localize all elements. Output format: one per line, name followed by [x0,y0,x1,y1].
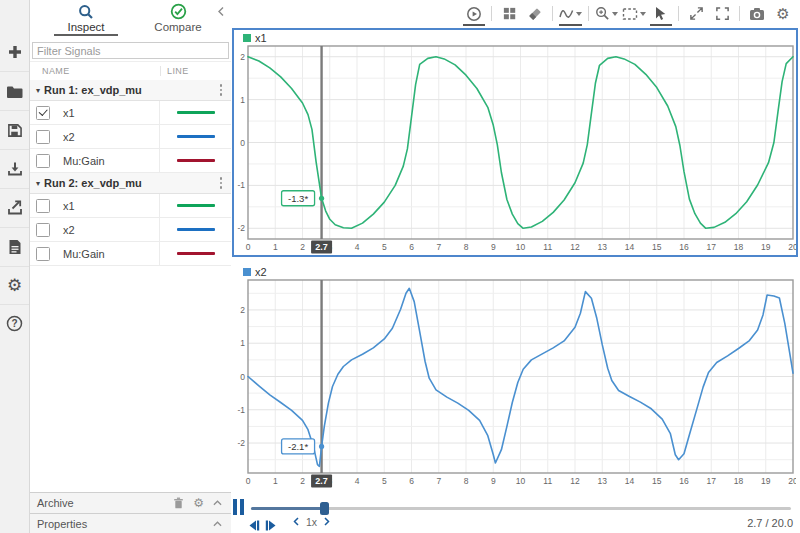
help-button[interactable]: ? [0,304,29,342]
fullscreen-button[interactable] [709,3,735,25]
signal-line-swatch[interactable] [177,228,215,231]
svg-text:2: 2 [240,305,245,315]
subplot-x2[interactable]: x2 01234567891011121314151617181920-2-10… [232,262,798,491]
archive-delete-button[interactable] [173,497,184,509]
arrow-cursor-icon [654,6,668,21]
signal-name[interactable]: x2 [56,131,159,143]
svg-text:-2: -2 [237,223,245,233]
signal-checkbox[interactable] [36,130,50,144]
legend-label: x1 [255,32,267,44]
run-header[interactable]: ▾Run 2: ex_vdp_mu [30,173,231,194]
x1-plot-canvas[interactable]: 01234567891011121314151617181920-2-1012-… [234,30,796,255]
snapshot-button[interactable] [744,3,770,25]
svg-text:2: 2 [300,476,305,486]
svg-text:4: 4 [355,476,360,486]
x2-plot-canvas[interactable]: 01234567891011121314151617181920-2-1012-… [234,264,796,489]
export-button[interactable] [0,189,29,228]
step-forward-button[interactable] [265,517,277,533]
save-button[interactable] [0,111,29,150]
zoom-button[interactable] [593,3,620,25]
svg-text:20: 20 [788,476,796,486]
eraser-icon [527,6,543,22]
properties-section-header[interactable]: Properties [30,513,231,533]
signal-line-swatch[interactable] [177,159,215,162]
layout-grid-icon [502,6,517,21]
signal-name[interactable]: Mu:Gain [56,248,159,260]
legend-swatch [243,268,251,276]
signal-checkbox[interactable] [36,106,50,120]
subplot-x1[interactable]: x1 01234567891011121314151617181920-2-10… [232,28,798,257]
toolbar-separator [491,6,492,21]
import-button[interactable] [0,150,29,189]
plot-settings-button[interactable]: ⚙ [770,3,796,25]
expand-icon [689,6,704,21]
chevron-down-icon [576,12,582,16]
signal-line-swatch[interactable] [177,111,215,114]
signal-checkbox[interactable] [36,223,50,237]
subplot-layout-button[interactable] [496,3,522,25]
svg-text:19: 19 [761,476,771,486]
folder-icon [6,84,23,99]
signal-row: Mu:Gain [30,149,231,173]
run-menu-button[interactable] [220,84,223,96]
signal-name[interactable]: x2 [56,224,159,236]
archive-section-header[interactable]: Archive ⚙ [30,492,231,513]
signal-line-swatch[interactable] [177,252,215,255]
signal-checkbox[interactable] [36,154,50,168]
fit-to-view-button[interactable] [620,3,648,25]
toolbar-separator [739,6,740,21]
search-icon [42,3,130,20]
data-cursor-button[interactable] [648,3,674,25]
run-label: Run 1: ex_vdp_mu [44,84,142,96]
svg-text:-1: -1 [237,405,245,415]
create-report-button[interactable] [0,228,29,267]
run-menu-button[interactable] [220,177,223,189]
signal-style-button[interactable] [557,3,584,25]
legend-swatch [243,34,251,42]
svg-text:12: 12 [570,476,580,486]
chevron-down-icon [640,12,646,16]
collapse-sidebar-button[interactable] [216,3,228,15]
svg-text:5: 5 [382,242,387,252]
sidebar: Inspect Compare NAME LINE ▾Run 1: ex_vdp… [30,0,232,533]
time-slider[interactable] [251,507,791,510]
record-button[interactable] [461,3,487,25]
svg-text:8: 8 [464,242,469,252]
signal-name[interactable]: x1 [56,107,159,119]
report-icon [8,239,22,255]
chevron-right-icon [324,517,330,526]
signal-row: x2 [30,125,231,149]
svg-text:2: 2 [300,242,305,252]
signal-name[interactable]: Mu:Gain [56,155,159,167]
pause-button[interactable] [233,499,246,515]
filter-signals-input[interactable] [32,42,229,59]
step-back-icon [248,520,260,531]
archive-collapse-button[interactable] [213,500,222,506]
properties-collapse-button[interactable] [213,521,222,527]
collapse-run-icon[interactable]: ▾ [36,179,40,188]
open-button[interactable] [0,72,29,111]
signal-checkbox[interactable] [36,199,50,213]
svg-text:1: 1 [273,476,278,486]
time-slider-thumb[interactable] [320,502,329,515]
signal-checkbox[interactable] [36,247,50,261]
clear-subplots-button[interactable] [522,3,548,25]
svg-text:12: 12 [570,242,580,252]
decrease-speed-button[interactable] [293,516,299,528]
pause-icon [233,499,237,515]
increase-speed-button[interactable] [324,516,330,528]
run-header[interactable]: ▾Run 1: ex_vdp_mu [30,80,231,101]
signal-line-swatch[interactable] [177,204,215,207]
archive-settings-button[interactable]: ⚙ [193,497,204,509]
step-back-button[interactable] [248,517,260,533]
add-button[interactable] [0,33,29,72]
time-readout: 2.7 / 20.0 [747,517,793,529]
signal-line-swatch[interactable] [177,135,215,138]
collapse-run-icon[interactable]: ▾ [36,86,40,95]
preferences-button[interactable]: ⚙ [0,266,29,305]
signal-name[interactable]: x1 [56,200,159,212]
tab-compare[interactable]: Compare [134,3,222,33]
tab-inspect[interactable]: Inspect [42,3,130,33]
signal-table-header: NAME LINE [30,61,231,81]
maximize-plot-button[interactable] [683,3,709,25]
